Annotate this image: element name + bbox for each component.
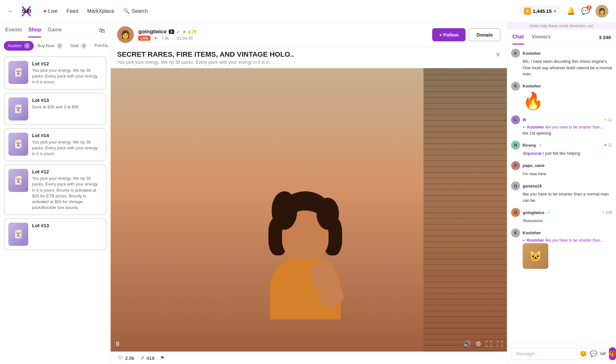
sub-tab-auction[interactable]: Auction 3 — [4, 41, 34, 51]
chat-username[interactable]: goingtwice — [523, 210, 544, 215]
flag-icon: ⚑ — [160, 355, 164, 361]
chat-text: Siuuuuuuu — [523, 218, 612, 224]
nav-links: Live Feed MarkXplace 🔍 Search — [44, 8, 148, 14]
avatar-emoji: 👩 — [598, 8, 605, 15]
tab-shop[interactable]: Shop — [28, 27, 41, 37]
fullscreen-button[interactable]: ⛶ — [497, 340, 503, 348]
follow-button[interactable]: + Follow — [432, 28, 466, 41]
chat-text: I'm new here — [523, 171, 612, 177]
cart-button[interactable]: 🛍 — [99, 27, 105, 37]
lot-title: Lot #12 — [32, 169, 102, 174]
nav-search[interactable]: 🔍 Search — [123, 8, 148, 14]
lot-description: You pick your energy. We rip 36 packs. E… — [32, 68, 102, 85]
chat-username[interactable]: Kostoher — [523, 230, 541, 235]
chat-avatar: G — [511, 181, 520, 190]
bookshelf-bg — [424, 68, 507, 352]
logo[interactable]: SUB — [19, 4, 33, 18]
message-input[interactable] — [511, 348, 577, 360]
share-button[interactable]: ↗ 419 — [140, 355, 154, 361]
tab-game[interactable]: Game — [47, 27, 62, 37]
list-item[interactable]: 🃏 Lot #12 You pick your energy. We rip 3… — [4, 164, 107, 215]
chat-username[interactable]: ganasa18 — [523, 184, 542, 188]
chat-image: 🐱 — [523, 243, 548, 269]
chat-reply: ↩ Kostoher like you have to be smarter t… — [523, 238, 612, 243]
chat-msg-header: G goingtwice ✓ ♥ 108 — [511, 208, 612, 217]
top-banner: Gotta help these small streamers out! — [507, 22, 616, 29]
live-dot — [44, 10, 46, 12]
nav-feed[interactable]: Feed — [66, 8, 78, 14]
flag-button[interactable]: ⚑ — [160, 355, 164, 361]
sub-tab-purchase[interactable]: Purcha... — [90, 41, 111, 51]
lot-info: Lot #13 Duck at $35 and 3 at $50 — [32, 97, 102, 120]
pause-button[interactable]: ⏸ — [115, 340, 121, 348]
coins-icon: X — [524, 8, 531, 15]
sub-tab-buy-now[interactable]: Buy Now 3 — [34, 41, 66, 51]
streamer-name[interactable]: goingtwice — [138, 29, 167, 35]
chat-like[interactable]: ♥ 12 — [604, 143, 612, 147]
stream-stats: LIVE 👁 7.9k · 01:04:45 — [138, 36, 428, 41]
chat-avatar: K — [511, 82, 520, 91]
center-content: 👩 goingtwice X ✓ ★ 4.79 LIVE 👁 7.9k · 01… — [111, 22, 507, 364]
chat-username[interactable]: papu_uave — [523, 163, 544, 168]
list-item[interactable]: 🃏 Lot #13 Duck at $35 and 3 at $50 — [4, 93, 107, 125]
coins-display[interactable]: X 1,445.15 + — [519, 6, 561, 17]
lot-image-inner: 🃏 — [8, 223, 28, 246]
back-button[interactable]: ← — [8, 7, 14, 15]
chat-msg-header: K Kostoher — [511, 228, 612, 237]
sticker-button[interactable]: 💬 — [590, 348, 597, 360]
gift-icon: 🎁 — [609, 350, 616, 357]
theater-button[interactable]: ⛶ — [486, 340, 492, 348]
list-item[interactable]: 🃏 Lot #12 You pick your energy. We rip 3… — [4, 56, 107, 90]
coins-plus[interactable]: + — [553, 8, 556, 14]
list-item: K Kostoher ↩ Kostoher like you have to b… — [511, 228, 612, 269]
lot-image: 🃏 — [8, 97, 28, 120]
lot-info: Lot #14 You pick your energy. We rip 36 … — [32, 133, 102, 157]
nav-live[interactable]: Live — [44, 8, 57, 14]
sub-tab-sold[interactable]: Sold 3 — [66, 41, 91, 51]
chat-avatar: R — [511, 141, 520, 150]
tab-viewers[interactable]: Viewers — [532, 34, 551, 45]
lot-image-inner: 🃏 — [8, 169, 28, 192]
stream-actions-bar: 🤍 2.5k ↗ 419 ⚑ — [111, 352, 507, 364]
star-rating: ★ 4.79 — [182, 29, 196, 34]
emoji-picker-button[interactable]: 😊 — [579, 348, 587, 360]
lot-image: 🃏 — [8, 169, 28, 192]
lot-info: Lot #12 You pick your energy. We rip 36 … — [32, 169, 102, 211]
like-button[interactable]: 🤍 2.5k — [117, 355, 134, 361]
list-item: K Kostoher 🔥 — [511, 82, 612, 111]
nav-markxplace[interactable]: MarkXplace — [87, 8, 114, 14]
list-item[interactable]: 🃏 Lot #14 You pick your energy. We rip 3… — [4, 128, 107, 161]
volume-button[interactable]: 🔊 — [463, 340, 471, 348]
chat-username[interactable]: Rrreny — [523, 143, 536, 148]
tab-chat[interactable]: Chat — [512, 34, 524, 45]
lot-image-inner: 🃏 — [8, 133, 28, 156]
collapse-button[interactable]: ∨ — [496, 50, 501, 58]
gif-label: GIF — [600, 352, 606, 356]
nav-markxplace-label: MarkXplace — [87, 8, 114, 14]
like-count: 2.5k — [125, 355, 134, 361]
reply-preview: like you have to be smarter than... — [545, 125, 603, 129]
stream-title-group: SECRET RARES, FIRE ITEMS, AND VINTAGE HO… — [117, 50, 294, 65]
reply-arrow-icon: ↩ — [523, 125, 526, 129]
chat-username[interactable]: Kostoher — [523, 51, 541, 56]
gift-button[interactable]: 🎁 — [609, 347, 616, 360]
tab-events[interactable]: Events — [5, 27, 22, 37]
lot-image-inner: 🃏 — [8, 97, 28, 120]
donate-button[interactable]: Donate — [469, 28, 501, 41]
chat-avatar: K — [511, 49, 520, 58]
streamer-avatar: 👩 — [117, 26, 134, 43]
settings-button[interactable]: ⚙ — [475, 340, 481, 348]
user-avatar[interactable]: 👩 — [595, 5, 608, 18]
chat-username[interactable]: Kostoher — [523, 84, 541, 88]
lot-description: You pick your energy. We rip 36 packs. E… — [32, 176, 102, 211]
notification-button[interactable]: 🔔 — [567, 7, 575, 15]
chat-username[interactable]: lli — [523, 117, 526, 122]
chat-like[interactable]: ♥ 11 — [604, 118, 612, 122]
video-placeholder: ⏸ 🔊 ⚙ ⛶ ⛶ — [111, 68, 507, 352]
chat-like[interactable]: ♥ 108 — [602, 210, 612, 215]
list-item[interactable]: 🃏 Lot #13 — [4, 218, 107, 250]
messages-button[interactable]: 💬 3 — [581, 7, 590, 15]
verified-icon: ✓ — [547, 210, 551, 215]
gif-button[interactable]: GIF — [600, 348, 606, 360]
lot-title: Lot #13 — [32, 223, 102, 228]
